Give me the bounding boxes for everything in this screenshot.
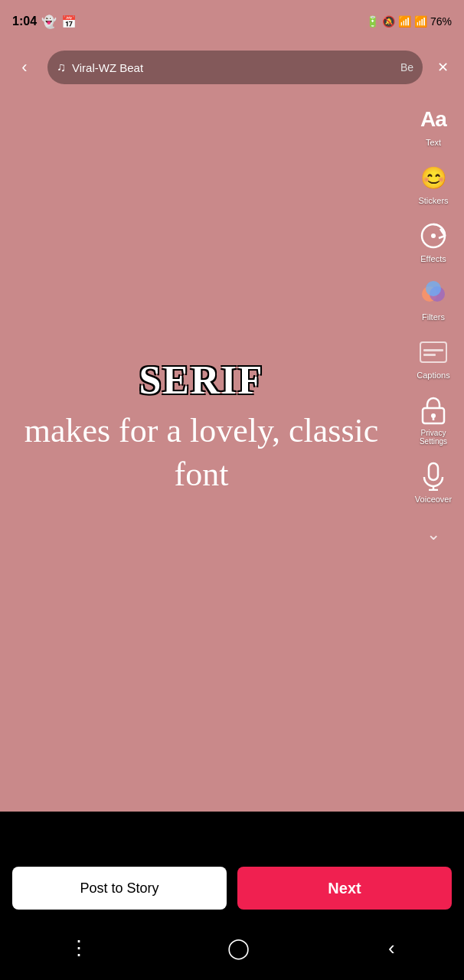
story-text-area: SERIF makes for a lovely, classic font [0,358,403,496]
charge-icon: 🔋 [366,15,379,28]
beat-label: Be [400,61,413,74]
close-audio-button[interactable]: ✕ [429,54,456,81]
music-icon: ♫ [57,60,66,74]
battery-percent: 76% [430,15,452,28]
privacy-icon [417,394,450,427]
top-bar: ‹ ♫ Viral-WZ Beat Be ✕ [0,51,464,84]
wifi-icon: 📶 [398,15,411,28]
bottom-buttons: Post to Story Next [0,858,464,919]
tool-captions[interactable]: Captions [406,329,461,386]
filters-icon [417,277,450,311]
story-body-text: makes for a lovely, classic font [15,409,387,496]
post-to-story-button[interactable]: Post to Story [12,867,227,910]
status-left: 1:04 👻 📅 [12,15,77,29]
tool-privacy[interactable]: PrivacySettings [406,387,461,452]
status-bar: 1:04 👻 📅 🔋 🔕 📶 📶 76% [0,0,464,43]
status-time: 1:04 [12,15,37,28]
tool-effects[interactable]: Effects [406,213,461,270]
stickers-icon: 😊 [417,161,450,194]
tool-text[interactable]: Aa Text [406,96,461,153]
tool-voiceover[interactable]: Voiceover [406,453,461,510]
tool-filters[interactable]: Filters [406,271,461,328]
audio-title: Viral-WZ Beat [72,61,394,74]
effects-label: Effects [420,254,446,263]
svg-point-4 [426,281,441,296]
tool-stickers[interactable]: 😊 Stickers [406,155,461,211]
captions-label: Captions [417,371,449,380]
right-toolbar: Aa Text 😊 Stickers Effects [403,96,464,557]
nav-home-icon[interactable]: ◯ [227,936,250,960]
captions-icon [417,335,450,369]
voiceover-icon [417,459,450,493]
ghost-icon: 👻 [41,15,57,29]
serif-title: SERIF [15,358,387,403]
main-content-area: ‹ ♫ Viral-WZ Beat Be ✕ Aa Text 😊 Sticker… [0,43,464,812]
nav-bar: ⋮ ◯ ‹ [0,919,464,980]
signal-icon: 📶 [414,15,427,28]
calendar-icon: 📅 [61,15,77,29]
stickers-label: Stickers [418,196,448,205]
privacy-label: PrivacySettings [420,429,447,446]
filters-label: Filters [422,312,445,322]
nav-menu-icon[interactable]: ⋮ [69,936,89,960]
voiceover-label: Voiceover [415,495,452,504]
back-button[interactable]: ‹ [8,51,41,84]
effects-icon [417,219,450,253]
audio-pill[interactable]: ♫ Viral-WZ Beat Be [47,51,423,84]
text-label: Text [426,138,441,147]
next-button[interactable]: Next [237,867,452,910]
svg-point-1 [431,234,436,238]
mute-icon: 🔕 [382,15,395,28]
svg-rect-8 [429,463,438,480]
chevron-down-icon: ⌄ [417,518,450,551]
status-right: 🔋 🔕 📶 📶 76% [366,15,452,28]
tool-more[interactable]: ⌄ [406,511,461,557]
text-icon: Aa [417,103,450,136]
nav-back-icon[interactable]: ‹ [388,936,395,960]
